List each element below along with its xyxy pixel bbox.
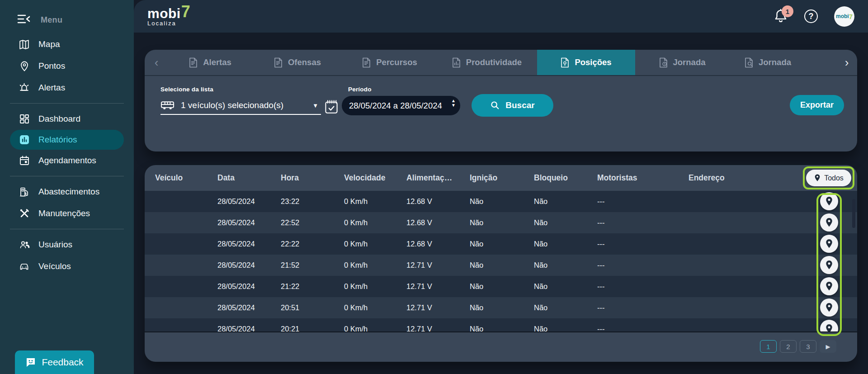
content-area: ‹ Alertas Ofensas Percursos <box>134 33 868 362</box>
row-location-pin-button[interactable] <box>820 256 838 274</box>
sidebar-item-mapa[interactable]: Mapa <box>0 33 124 55</box>
spinner-down-icon[interactable]: ▼ <box>451 103 456 108</box>
col-data: Data <box>217 173 281 183</box>
tab-label: Ofensas <box>288 57 321 67</box>
sidebar-item-pontos[interactable]: Pontos <box>0 55 124 77</box>
col-veiculo: Veículo <box>155 173 217 183</box>
tab-produtividade[interactable]: Produtividade <box>437 50 537 75</box>
chevron-left-icon: ‹ <box>155 56 159 70</box>
chevron-right-icon: › <box>845 56 849 70</box>
sidebar-item-label: Veículos <box>38 261 71 271</box>
avatar-logo-text: mobi <box>836 13 849 19</box>
row-location-pin-button[interactable] <box>820 235 838 253</box>
sidebar-item-label: Alertas <box>38 83 65 93</box>
buscar-button[interactable]: Buscar <box>472 94 553 117</box>
sidebar-item-manutencoes[interactable]: Manutenções <box>0 203 124 224</box>
cell-ignicao: Não <box>470 282 534 291</box>
cell-alimentacao: 12.68 V <box>406 218 470 227</box>
todos-label: Todos <box>824 174 844 182</box>
calendar-icon <box>18 155 30 167</box>
notifications-button[interactable]: 1 <box>774 9 788 24</box>
help-icon: ? <box>809 12 814 21</box>
tab-jornada[interactable]: Jornada <box>635 50 729 75</box>
period-input[interactable]: 28/05/2024 a 28/05/2024 ▲ ▼ <box>342 96 460 115</box>
sidebar-divider <box>10 176 124 176</box>
table-row: 28/05/2024 22:52 0 Km/h 12.68 V Não Não … <box>145 212 857 233</box>
cell-data: 28/05/2024 <box>217 261 281 270</box>
col-alimentacao: Alimentaç… <box>406 173 470 183</box>
sidebar-item-veiculos[interactable]: Veículos <box>0 256 124 277</box>
table-row: 28/05/2024 21:52 0 Km/h 12.71 V Não Não … <box>145 255 857 276</box>
positions-table-card: Veículo Data Hora Velocidade Alimentaç… … <box>145 165 857 362</box>
bar-chart-icon <box>18 134 30 146</box>
map-pin-icon <box>814 174 821 182</box>
cell-alimentacao: 12.71 V <box>406 303 470 312</box>
sidebar-item-relatorios[interactable]: Relatórios <box>10 130 124 150</box>
tabs-scroll-right-button[interactable]: › <box>836 50 857 75</box>
help-button[interactable]: ? <box>804 9 818 23</box>
calendar-check-icon[interactable] <box>325 99 338 116</box>
sidebar-item-usuarios[interactable]: Usuários <box>0 234 124 256</box>
cell-alimentacao: 12.71 V <box>406 282 470 291</box>
document-warning-icon <box>274 57 283 68</box>
sidebar-item-alertas[interactable]: Alertas <box>0 77 124 99</box>
page-button-2[interactable]: 2 <box>780 340 797 353</box>
cell-motoristas: --- <box>597 325 689 332</box>
cell-velocidade: 0 Km/h <box>344 240 406 248</box>
sidebar-item-dashboard[interactable]: Dashboard <box>0 108 124 130</box>
period-spinner[interactable]: ▲ ▼ <box>451 99 456 108</box>
row-location-pin-button[interactable] <box>820 298 838 317</box>
col-velocidade: Velocidade <box>344 173 406 183</box>
feedback-button[interactable]: Feedback <box>15 350 94 374</box>
tab-percursos[interactable]: Percursos <box>343 50 437 75</box>
table-scrollbar[interactable] <box>852 199 855 228</box>
sidebar-divider <box>10 103 124 104</box>
tab-jornada-2[interactable]: Jornada <box>729 50 833 75</box>
tools-icon <box>18 208 30 220</box>
table-row: 28/05/2024 22:22 0 Km/h 12.68 V Não Não … <box>145 233 857 255</box>
page-button-3[interactable]: 3 <box>800 340 816 353</box>
period-value: 28/05/2024 a 28/05/2024 <box>349 101 447 111</box>
vehicle-select[interactable]: 1 veículo(s) selecionado(s) ▼ <box>160 97 321 115</box>
tab-ofensas[interactable]: Ofensas <box>252 50 343 75</box>
logo-seven: 7 <box>181 4 190 20</box>
row-location-pin-button[interactable] <box>820 192 838 210</box>
cell-velocidade: 0 Km/h <box>344 282 406 291</box>
cell-hora: 20:21 <box>281 325 344 332</box>
cell-bloqueio: Não <box>534 261 597 270</box>
cell-hora: 21:22 <box>281 282 344 291</box>
cell-hora: 23:22 <box>281 197 344 206</box>
menu-collapse-icon[interactable] <box>17 14 31 26</box>
logo-text: mobi <box>147 7 181 20</box>
cell-data: 28/05/2024 <box>217 218 281 227</box>
cell-motoristas: --- <box>597 303 689 312</box>
tabs-scroll-left-button[interactable]: ‹ <box>145 50 168 75</box>
row-location-pin-button[interactable] <box>820 213 838 232</box>
sidebar-item-label: Mapa <box>38 39 60 49</box>
col-bloqueio: Bloqueio <box>534 173 597 183</box>
document-clock-icon <box>659 57 668 68</box>
cell-hora: 22:22 <box>281 240 344 248</box>
menu-toggle[interactable]: Menu <box>0 0 134 29</box>
row-location-pin-button[interactable] <box>820 277 838 295</box>
menu-label: Menu <box>41 15 62 25</box>
col-ignicao: Ignição <box>470 173 534 183</box>
next-page-button[interactable]: ▶ <box>820 340 836 353</box>
table-row: 28/05/2024 20:21 0 Km/h 12.71 V Não Não … <box>145 318 857 332</box>
tab-posicoes[interactable]: Posições <box>537 50 635 75</box>
tab-alertas[interactable]: Alertas <box>168 50 252 75</box>
tab-label: Jornada <box>673 57 706 67</box>
user-avatar[interactable]: mobi 7 <box>834 6 854 27</box>
todos-button[interactable]: Todos <box>806 170 851 186</box>
cell-motoristas: --- <box>597 261 689 270</box>
exportar-button[interactable]: Exportar <box>790 95 844 115</box>
page-button-1[interactable]: 1 <box>760 340 777 353</box>
cell-data: 28/05/2024 <box>217 240 281 248</box>
sidebar-nav: Mapa Pontos Alertas Dashboard <box>0 29 134 277</box>
map-pin-icon <box>18 60 30 72</box>
cell-velocidade: 0 Km/h <box>344 261 406 270</box>
sidebar-item-label: Dashboard <box>38 114 80 124</box>
sidebar-item-agendamentos[interactable]: Agendamentos <box>0 150 124 171</box>
cell-hora: 22:52 <box>281 218 344 227</box>
sidebar-item-abastecimentos[interactable]: Abastecimentos <box>0 181 124 203</box>
